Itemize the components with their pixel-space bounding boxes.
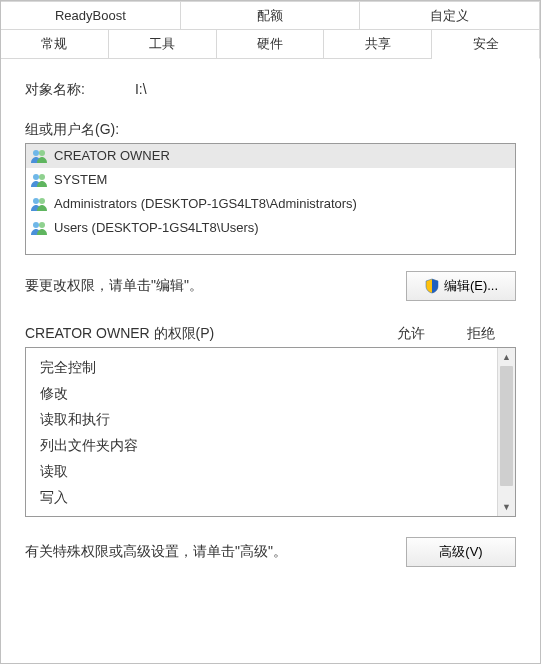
svg-point-2: [33, 174, 39, 180]
groups-label: 组或用户名(G):: [25, 121, 516, 139]
svg-point-6: [33, 222, 39, 228]
users-icon: [30, 148, 48, 164]
users-icon: [30, 196, 48, 212]
list-item-label: SYSTEM: [54, 170, 107, 190]
advanced-hint: 有关特殊权限或高级设置，请单击"高级"。: [25, 543, 287, 561]
permission-item: 写入: [40, 484, 497, 510]
deny-column-header: 拒绝: [446, 325, 516, 343]
permission-item: 完全控制: [40, 354, 497, 380]
list-item[interactable]: SYSTEM: [26, 168, 515, 192]
scroll-thumb[interactable]: [500, 366, 513, 486]
list-item[interactable]: Users (DESKTOP-1GS4LT8\Users): [26, 216, 515, 240]
shield-icon: [424, 278, 440, 294]
tab-2-row1[interactable]: 自定义: [360, 1, 540, 30]
scroll-down-icon[interactable]: ▼: [498, 498, 515, 516]
permissions-title: CREATOR OWNER 的权限(P): [25, 325, 376, 343]
object-name-value: I:\: [135, 81, 147, 97]
list-item[interactable]: Administrators (DESKTOP-1GS4LT8\Administ…: [26, 192, 515, 216]
permission-item: 读取: [40, 458, 497, 484]
permission-item: 读取和执行: [40, 406, 497, 432]
users-icon: [30, 220, 48, 236]
security-panel: 对象名称: I:\ 组或用户名(G): CREATOR OWNERSYSTEMA…: [1, 59, 540, 579]
svg-point-5: [39, 198, 45, 204]
list-item-label: Administrators (DESKTOP-1GS4LT8\Administ…: [54, 194, 357, 214]
svg-point-4: [33, 198, 39, 204]
advanced-button-label: 高级(V): [439, 543, 482, 561]
scroll-up-icon[interactable]: ▲: [498, 348, 515, 366]
advanced-button[interactable]: 高级(V): [406, 537, 516, 567]
svg-point-1: [39, 150, 45, 156]
permission-item: 修改: [40, 380, 497, 406]
tab-0-row1[interactable]: ReadyBoost: [1, 1, 181, 30]
permissions-listbox[interactable]: 完全控制修改读取和执行列出文件夹内容读取写入 ▲ ▼: [25, 347, 516, 517]
list-item[interactable]: CREATOR OWNER: [26, 144, 515, 168]
svg-point-0: [33, 150, 39, 156]
allow-column-header: 允许: [376, 325, 446, 343]
tab-2-row2[interactable]: 硬件: [217, 30, 325, 59]
edit-hint: 要更改权限，请单击"编辑"。: [25, 277, 203, 295]
groups-listbox[interactable]: CREATOR OWNERSYSTEMAdministrators (DESKT…: [25, 143, 516, 255]
properties-dialog: ReadyBoost配额自定义 常规工具硬件共享安全 对象名称: I:\ 组或用…: [0, 0, 541, 664]
list-item-label: Users (DESKTOP-1GS4LT8\Users): [54, 218, 259, 238]
users-icon: [30, 172, 48, 188]
svg-point-3: [39, 174, 45, 180]
tab-strip: ReadyBoost配额自定义 常规工具硬件共享安全: [1, 1, 540, 59]
edit-button-label: 编辑(E)...: [444, 277, 498, 295]
list-item-label: CREATOR OWNER: [54, 146, 170, 166]
tab-0-row2[interactable]: 常规: [1, 30, 109, 59]
object-name-label: 对象名称:: [25, 81, 85, 99]
edit-button[interactable]: 编辑(E)...: [406, 271, 516, 301]
svg-point-7: [39, 222, 45, 228]
tab-1-row2[interactable]: 工具: [109, 30, 217, 59]
tab-1-row1[interactable]: 配额: [181, 1, 361, 30]
permission-item: 列出文件夹内容: [40, 432, 497, 458]
tab-3-row2[interactable]: 共享: [324, 30, 432, 59]
tab-4-row2[interactable]: 安全: [432, 30, 540, 59]
scrollbar[interactable]: ▲ ▼: [497, 348, 515, 516]
